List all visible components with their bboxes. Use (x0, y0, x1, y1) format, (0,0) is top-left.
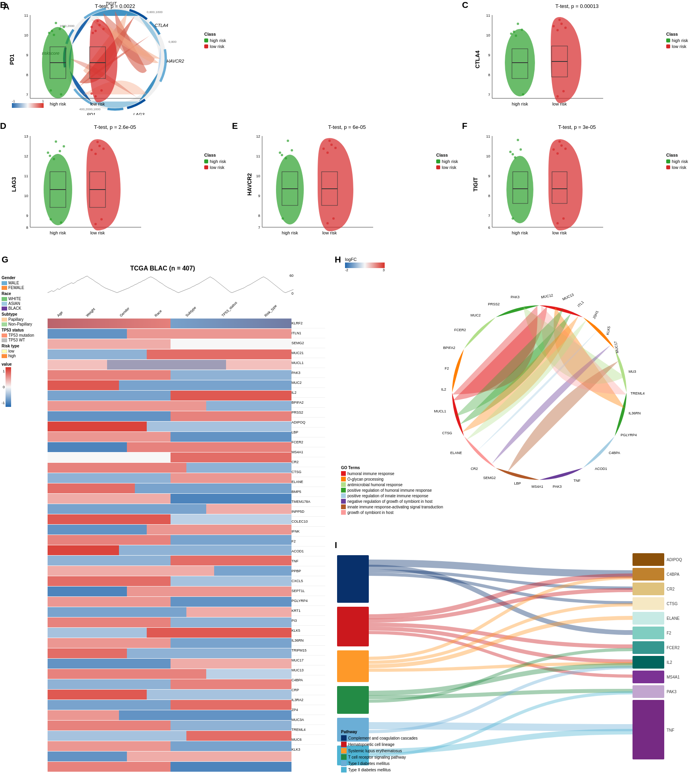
svg-point-42 (102, 28, 105, 30)
svg-text:high risk: high risk (512, 102, 528, 106)
svg-text:F2: F2 (445, 366, 449, 370)
svg-text:low risk: low risk (322, 230, 337, 235)
svg-text:PAK3: PAK3 (511, 295, 519, 299)
svg-rect-191 (48, 452, 171, 462)
svg-text:IL2: IL2 (441, 387, 446, 391)
svg-text:PAK3: PAK3 (553, 485, 562, 489)
svg-text:PAK3: PAK3 (667, 690, 677, 694)
svg-rect-230 (127, 648, 291, 658)
svg-point-131 (332, 217, 335, 220)
svg-text:PGLYRP4: PGLYRP4 (621, 433, 637, 437)
svg-point-118 (291, 149, 293, 151)
svg-rect-218 (127, 587, 291, 596)
svg-rect-196 (171, 473, 291, 483)
svg-rect-307 (633, 656, 664, 669)
svg-point-117 (281, 154, 283, 156)
svg-rect-195 (48, 473, 171, 483)
svg-rect-234 (206, 669, 291, 679)
svg-point-72 (558, 19, 561, 21)
svg-point-98 (90, 149, 93, 151)
svg-point-126 (322, 148, 325, 150)
heatmap-svg (48, 318, 291, 774)
svg-text:C4BPA: C4BPA (667, 572, 679, 577)
svg-rect-179 (48, 391, 171, 401)
svg-rect-176 (171, 370, 291, 380)
svg-text:10: 10 (256, 174, 260, 178)
svg-text:11: 11 (486, 13, 490, 17)
svg-rect-247 (48, 741, 171, 751)
svg-rect-290 (337, 686, 369, 714)
svg-text:ADIPOQ: ADIPOQ (667, 558, 682, 562)
panel-d: D T-test, p = 2.6e-05 LAG3 13 12 11 10 9… (0, 121, 230, 248)
svg-rect-214 (214, 566, 291, 576)
svg-point-130 (328, 140, 331, 142)
svg-rect-299 (633, 597, 664, 610)
svg-text:9: 9 (488, 174, 490, 178)
panel-i-label: I (335, 540, 337, 550)
panel-b-title: T-test, p = 0.0022 (0, 3, 230, 9)
panel-i: I ADIPOQ C4BPA CR2 CTSG ELANE F2 (333, 539, 690, 777)
heatmap-legend: Gender MALE FEMALE Race WHITE ASIAN BLAC… (2, 276, 47, 407)
svg-point-88 (59, 150, 61, 152)
svg-rect-239 (48, 700, 171, 710)
svg-rect-250 (127, 751, 291, 761)
svg-rect-185 (48, 422, 147, 431)
panel-c: C T-test, p = 0.00013 CTLA4 11 10 9 8 7 … (462, 0, 692, 119)
svg-text:0: 0 (291, 291, 293, 295)
svg-rect-311 (633, 685, 664, 698)
svg-rect-206 (147, 525, 291, 535)
svg-rect-194 (186, 463, 291, 473)
svg-text:F2: F2 (667, 631, 671, 635)
svg-rect-223 (48, 617, 171, 627)
svg-text:MUCL1: MUCL1 (434, 409, 446, 413)
svg-point-31 (48, 32, 50, 34)
svg-rect-226 (147, 628, 291, 638)
svg-rect-175 (48, 370, 171, 380)
svg-point-142 (506, 156, 533, 223)
svg-rect-233 (48, 669, 206, 679)
svg-rect-248 (171, 741, 291, 751)
svg-point-127 (330, 144, 333, 146)
svg-rect-210 (119, 545, 291, 555)
svg-point-71 (564, 27, 567, 29)
svg-text:10: 10 (24, 33, 28, 37)
panel-f-legend: Class high risk low risk (666, 153, 688, 171)
svg-text:low risk: low risk (90, 230, 105, 235)
heatmap-grid-wrapper: KLRF2 ITLN1 SEMG2 MUC21 MUCL1 PAK3 MUC2 … (48, 318, 325, 777)
svg-rect-243 (48, 721, 171, 730)
svg-rect-236 (171, 679, 291, 689)
svg-point-102 (96, 141, 99, 143)
svg-text:MS4A1: MS4A1 (531, 485, 543, 489)
svg-point-101 (102, 148, 105, 150)
panel-e-violin: 12 11 10 9 8 7 high risk low risk (246, 132, 429, 241)
svg-rect-211 (48, 556, 171, 565)
panel-d-legend: Class high risk low risk (204, 153, 226, 171)
svg-rect-189 (48, 442, 127, 452)
svg-rect-165 (48, 318, 171, 328)
svg-text:C4BPA: C4BPA (609, 451, 620, 455)
svg-point-90 (47, 151, 49, 154)
svg-text:TREML4: TREML4 (631, 391, 645, 395)
panel-g-label: G (2, 255, 8, 265)
svg-rect-242 (119, 710, 291, 720)
svg-point-62 (510, 33, 512, 35)
svg-text:8: 8 (488, 194, 490, 198)
svg-rect-167 (48, 329, 127, 339)
svg-point-91 (63, 145, 65, 148)
svg-rect-252 (171, 762, 291, 772)
svg-text:8: 8 (258, 214, 260, 218)
svg-rect-237 (48, 690, 147, 700)
svg-rect-204 (171, 514, 291, 524)
svg-text:9: 9 (26, 53, 28, 57)
svg-point-43 (96, 20, 99, 22)
svg-text:8: 8 (488, 73, 490, 77)
svg-text:PRSS2: PRSS2 (488, 302, 500, 306)
svg-rect-217 (48, 587, 127, 596)
svg-point-146 (519, 148, 522, 151)
svg-rect-207 (48, 535, 171, 545)
svg-point-122 (282, 217, 284, 220)
svg-rect-224 (171, 617, 291, 627)
svg-rect-169 (48, 339, 171, 349)
svg-text:CR2: CR2 (471, 467, 478, 471)
svg-point-39 (90, 26, 93, 28)
